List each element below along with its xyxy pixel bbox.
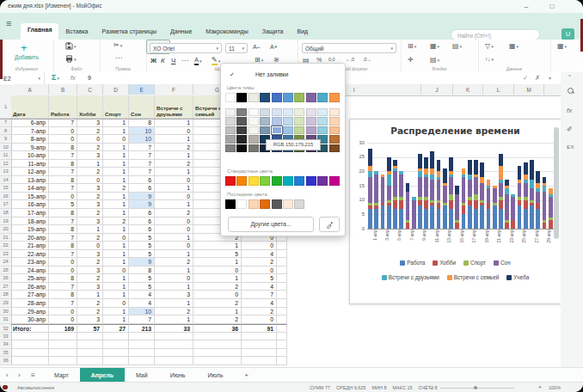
row-headers[interactable]: 1789101112131415161718192021222324252627… [0, 95, 12, 365]
maximize-button[interactable]: □ [545, 2, 559, 11]
menu-tab-Вид[interactable]: Вид [291, 25, 316, 40]
color-swatch[interactable] [294, 199, 304, 209]
cell[interactable]: 2 [103, 217, 129, 226]
cell[interactable]: 3 [77, 217, 103, 226]
cell[interactable]: 0 [103, 266, 129, 275]
cell[interactable]: 29-апр [11, 308, 49, 316]
cell[interactable]: 1 [193, 258, 242, 266]
cell[interactable]: 16-апр [11, 200, 49, 209]
color-swatch[interactable] [317, 176, 328, 186]
color-swatch[interactable] [225, 126, 236, 134]
tag-panel-icon[interactable]: ✐ [567, 126, 573, 133]
color-swatch[interactable] [260, 199, 270, 209]
menu-tab-Защита[interactable]: Защита [255, 25, 291, 40]
row-header-1[interactable]: 1 [0, 95, 11, 119]
cell[interactable] [155, 357, 193, 365]
cell[interactable]: 213 [129, 324, 155, 333]
cell[interactable]: 1 [103, 291, 129, 299]
percent-button[interactable]: % [316, 57, 322, 63]
cell[interactable] [242, 349, 277, 358]
cell[interactable]: 1 [103, 250, 129, 259]
color-swatch[interactable] [236, 93, 247, 102]
menu-burger-icon[interactable]: ≡ [6, 18, 11, 28]
cell[interactable]: 20-апр [11, 234, 49, 242]
cell[interactable]: 169 [49, 324, 77, 333]
selected-color-swatch[interactable] [272, 126, 282, 134]
cell[interactable] [49, 349, 77, 358]
cell[interactable]: 28-апр [11, 299, 49, 308]
cell[interactable]: 5 [49, 200, 77, 209]
color-swatch[interactable] [294, 176, 304, 186]
cell[interactable]: 3 [77, 250, 103, 259]
cell[interactable]: 8 [49, 291, 77, 299]
collapse-panel-icon[interactable]: ^ [568, 74, 571, 79]
cell[interactable]: 7 [49, 184, 77, 193]
cell[interactable]: 1 [155, 168, 193, 176]
cell[interactable] [103, 357, 129, 365]
cell[interactable]: 6 [129, 209, 155, 217]
color-swatch[interactable] [249, 93, 259, 102]
cell[interactable]: 5 [129, 250, 155, 259]
cell[interactable]: 1 [155, 234, 193, 242]
font-color-button[interactable]: А▾ [194, 56, 202, 65]
cell[interactable]: 0 [49, 193, 77, 201]
cell[interactable]: 7 [49, 299, 77, 308]
cell[interactable]: 19-апр [11, 225, 49, 234]
cell[interactable] [277, 242, 287, 250]
color-swatch[interactable] [306, 93, 316, 102]
cell[interactable]: 1 [155, 250, 193, 259]
menu-tab-Данные[interactable]: Данные [163, 25, 199, 40]
cell[interactable] [49, 333, 77, 341]
color-swatch[interactable] [283, 108, 293, 116]
cell[interactable]: 2 [242, 258, 277, 266]
cond-format-button[interactable]: ▦▾ [557, 42, 567, 50]
color-swatch[interactable] [317, 126, 328, 134]
cell[interactable]: 5 [129, 234, 155, 242]
color-swatch[interactable] [225, 176, 236, 186]
color-swatch[interactable] [329, 93, 340, 102]
cell[interactable]: 3 [77, 151, 103, 160]
font-size-select[interactable]: 11▾ [225, 43, 248, 53]
cell[interactable]: 26-апр [11, 283, 49, 291]
cell[interactable]: 1 [155, 315, 193, 324]
shrink-font-button[interactable]: А– [253, 44, 261, 50]
cell[interactable]: 2 [77, 168, 103, 176]
insert-cells-button[interactable]: ▦▾ [430, 42, 439, 50]
cell[interactable] [277, 308, 287, 316]
cell[interactable] [277, 274, 287, 283]
cell[interactable] [193, 340, 242, 349]
color-swatch[interactable] [272, 93, 282, 102]
cell[interactable]: 7 [129, 315, 155, 324]
cell[interactable]: 24-апр [11, 266, 49, 275]
cell[interactable]: 0 [155, 217, 193, 226]
cell[interactable]: 1 [103, 151, 129, 160]
cell[interactable] [277, 349, 287, 358]
cell[interactable]: 2 [77, 144, 103, 152]
cell[interactable]: 7 [49, 250, 77, 259]
color-swatch[interactable] [236, 135, 247, 143]
next-sheet-icon[interactable]: › [18, 371, 21, 379]
cell[interactable] [11, 357, 49, 365]
cell[interactable]: 9 [129, 258, 155, 266]
add-sheet-button[interactable]: + [244, 371, 249, 379]
color-swatch[interactable] [249, 144, 259, 152]
color-swatch[interactable] [236, 144, 247, 152]
color-swatch[interactable] [306, 176, 316, 186]
row-header-8[interactable]: 8 [0, 127, 11, 136]
color-swatch[interactable] [283, 126, 293, 134]
cell[interactable]: 1 [193, 242, 242, 250]
decrease-decimal-button[interactable]: ←,0 [346, 57, 354, 62]
cell[interactable]: 12-апр [11, 168, 49, 176]
highlight-color-button[interactable]: ✎▾ [212, 56, 220, 65]
cell[interactable]: 2 [242, 308, 277, 316]
cell[interactable]: 2 [77, 258, 103, 266]
color-swatch[interactable] [317, 117, 328, 125]
cell[interactable]: 0 [155, 193, 193, 201]
row-header-14[interactable]: 14 [0, 176, 11, 185]
cell[interactable] [193, 357, 242, 365]
color-swatch[interactable] [225, 144, 236, 152]
color-swatch[interactable] [272, 176, 282, 186]
cell[interactable]: Хобби [77, 95, 103, 119]
cell[interactable]: 1 [103, 308, 129, 316]
cell[interactable]: 17-апр [11, 209, 49, 217]
